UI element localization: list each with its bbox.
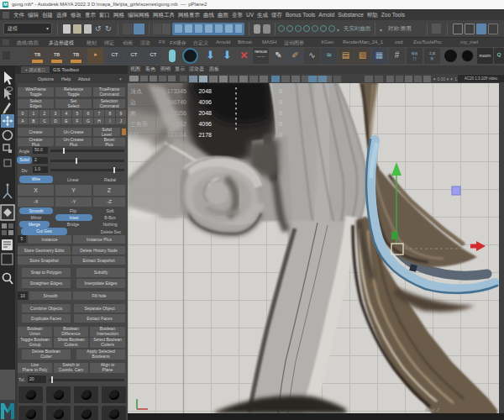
svg-text:顶点: 顶点 xyxy=(130,88,142,95)
svg-text:173345: 173345 xyxy=(167,88,186,94)
svg-text:2178: 2178 xyxy=(198,132,212,138)
svg-text:0: 0 xyxy=(279,132,282,138)
svg-text:346740: 346740 xyxy=(167,99,186,105)
svg-text:0: 0 xyxy=(279,99,282,105)
svg-text:UV: UV xyxy=(130,132,139,138)
svg-text:三角形: 三角形 xyxy=(130,121,148,128)
svg-text:4096: 4096 xyxy=(198,99,212,105)
svg-text:4096: 4096 xyxy=(198,121,212,127)
svg-text:183064: 183064 xyxy=(167,132,186,138)
svg-text:0: 0 xyxy=(279,110,282,116)
svg-text:346712: 346712 xyxy=(167,121,186,127)
svg-text:173356: 173356 xyxy=(167,110,186,116)
svg-text:2048: 2048 xyxy=(198,88,212,94)
svg-text:Mod Z: Mod Z xyxy=(425,407,439,412)
svg-text:2048: 2048 xyxy=(198,110,212,116)
svg-text:0: 0 xyxy=(279,88,282,94)
svg-text:边: 边 xyxy=(130,99,136,106)
svg-text:面: 面 xyxy=(129,110,136,117)
svg-text:0: 0 xyxy=(279,121,282,127)
